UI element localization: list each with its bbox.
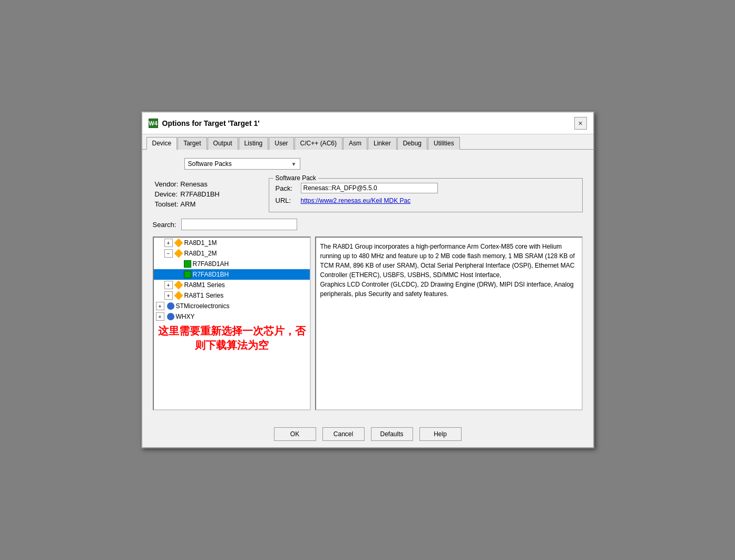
tree-label: R7FA8D1AH [193,260,229,268]
info-section: Vendor: Renesas Device: R7FA8D1BH Toolse… [153,178,583,212]
tree-item-ra8d1-1m[interactable]: + RA8D1_1M [154,238,310,248]
vendor-value: Renesas [180,180,219,188]
expand-icon-ra8d1-1m[interactable]: + [164,239,173,247]
url-label: URL: [276,197,297,204]
toolset-value: ARM [180,200,219,208]
dropdown-arrow-icon: ▼ [291,161,297,167]
tree-item-r7fa8d1ah[interactable]: R7FA8D1AH [154,259,310,269]
tree-label: RA8D1_2M [184,250,217,257]
no-expand-icon [173,260,181,268]
tab-bar: Device Target Output Listing User C/C++ … [142,134,593,150]
button-row: OK Cancel Defaults Help [142,419,593,447]
device-label: Device: [155,190,179,198]
chip-icon [184,260,191,268]
diamond-icon [174,249,183,258]
ok-button[interactable]: OK [274,427,316,441]
annotation-text: 这里需要重新选择一次芯片，否则下载算法为空 [154,324,310,352]
device-info: Vendor: Renesas Device: R7FA8D1BH Toolse… [153,178,258,212]
tab-cpp[interactable]: C/C++ (AC6) [295,137,342,150]
tab-content: Software Packs ▼ Vendor: Renesas Device:… [142,150,593,419]
diamond-icon [174,281,183,290]
pack-value: Renesas::RA_DFP@5.5.0 [301,183,438,193]
tab-output[interactable]: Output [208,137,238,150]
chip-icon [184,271,191,278]
url-link[interactable]: https://www2.renesas.eu/Keil MDK Pac [301,197,411,204]
toolset-label: Toolset: [155,200,179,208]
tree-label: RA8M1 Series [184,281,225,289]
description-text: The RA8D1 Group incorporates a high-perf… [320,243,575,298]
defaults-button[interactable]: Defaults [371,427,413,441]
tree-item-r7fa8d1bh[interactable]: R7FA8D1BH [154,269,310,280]
tree-item-ra8t1[interactable]: + RA8T1 Series [154,290,310,301]
search-label: Search: [153,221,177,229]
options-dialog: W4 Options for Target 'Target 1' × Devic… [141,112,594,448]
device-info-table: Vendor: Renesas Device: R7FA8D1BH Toolse… [153,178,222,210]
pack-label: Pack: [276,184,297,192]
tree-label: WHXY [176,313,195,320]
close-button[interactable]: × [574,117,587,130]
search-input[interactable] [181,219,297,230]
dropdown-label: Software Packs [188,160,232,168]
tab-user[interactable]: User [269,137,293,150]
tree-item-stmicro[interactable]: + STMicroelectronics [154,301,310,311]
tab-device[interactable]: Device [146,137,178,150]
dialog-title: Options for Target 'Target 1' [162,119,260,127]
help-button[interactable]: Help [419,427,462,441]
software-pack-group: Software Pack Pack: Renesas::RA_DFP@5.5.… [269,178,583,212]
tree-item-whxy[interactable]: + WHXY [154,311,310,322]
tree-label: R7FA8D1BH [193,271,229,278]
tree-label: RA8D1_1M [184,239,217,247]
tab-asm[interactable]: Asm [343,137,367,150]
diamond-icon [174,291,183,300]
diamond-icon [174,239,183,248]
group-legend: Software Pack [273,174,318,182]
title-bar: W4 Options for Target 'Target 1' × [142,113,593,134]
tree-label: RA8T1 Series [184,292,224,299]
tab-debug[interactable]: Debug [397,137,427,150]
expand-icon-ra8d1-2m[interactable]: − [164,249,173,258]
pack-row: Pack: Renesas::RA_DFP@5.5.0 [276,183,576,193]
device-tree[interactable]: + RA8D1_1M − RA8D1_2M R7FA8D1AH [153,237,311,410]
tab-listing[interactable]: Listing [239,137,269,150]
software-packs-row: Software Packs ▼ [153,158,583,170]
tree-item-ra8d1-2m[interactable]: − RA8D1_2M [154,248,310,259]
tab-utilities[interactable]: Utilities [428,137,460,150]
tab-target[interactable]: Target [178,137,207,150]
title-bar-left: W4 Options for Target 'Target 1' [149,119,260,128]
description-panel: The RA8D1 Group incorporates a high-perf… [315,237,583,410]
expand-icon-ra8m1[interactable]: + [164,281,173,289]
blue-circle-icon [167,313,174,320]
expand-icon-ra8t1[interactable]: + [164,291,173,300]
software-packs-dropdown[interactable]: Software Packs ▼ [184,158,300,170]
expand-icon-whxy[interactable]: + [156,312,164,321]
no-expand-icon [173,270,181,279]
vendor-label: Vendor: [155,180,179,188]
blue-circle-icon [167,302,174,310]
cancel-button[interactable]: Cancel [322,427,365,441]
tree-item-ra8m1[interactable]: + RA8M1 Series [154,280,310,290]
app-icon: W4 [149,119,158,128]
expand-icon-stmicro[interactable]: + [156,302,164,310]
search-row: Search: [153,219,583,230]
device-value: R7FA8D1BH [180,190,219,198]
main-section: + RA8D1_1M − RA8D1_2M R7FA8D1AH [153,237,583,410]
tab-linker[interactable]: Linker [368,137,397,150]
tree-label: STMicroelectronics [176,302,230,310]
url-row: URL: https://www2.renesas.eu/Keil MDK Pa… [276,197,576,204]
